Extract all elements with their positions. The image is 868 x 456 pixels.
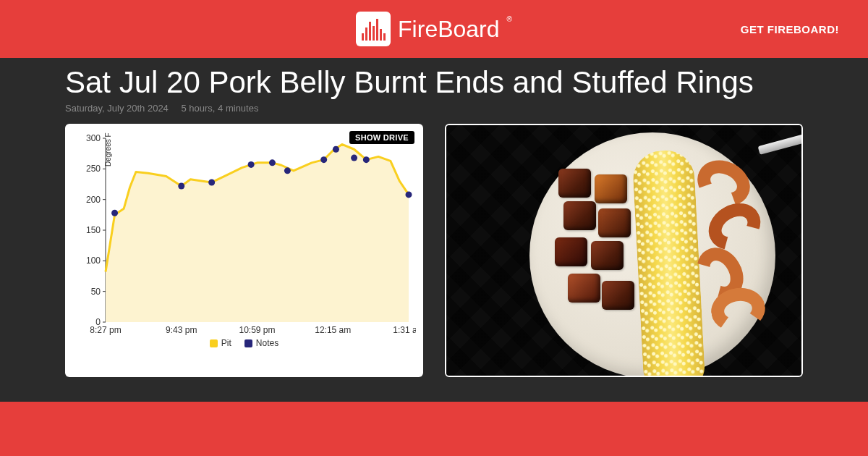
svg-text:150: 150 <box>86 225 101 235</box>
brand-name: FireBoard <box>398 16 500 43</box>
footer <box>0 402 868 456</box>
svg-text:12:15 am: 12:15 am <box>315 325 351 335</box>
svg-point-25 <box>351 155 357 161</box>
chart-area[interactable]: Degrees F 0501001502002503008:27 pm9:43 … <box>72 134 416 337</box>
svg-text:50: 50 <box>91 287 101 297</box>
pit-swatch-icon <box>210 339 218 347</box>
svg-text:300: 300 <box>86 134 101 143</box>
main-content: Sat Jul 20 Pork Belly Burnt Ends and Stu… <box>0 58 868 402</box>
svg-text:8:27 pm: 8:27 pm <box>90 325 121 335</box>
svg-text:100: 100 <box>86 256 101 266</box>
svg-text:9:43 pm: 9:43 pm <box>166 325 197 335</box>
get-fireboard-link[interactable]: GET FIREBOARD! <box>741 23 839 35</box>
header: FireBoard ® GET FIREBOARD! <box>0 0 868 58</box>
svg-text:1:31 am: 1:31 am <box>393 325 416 335</box>
chart-svg: 0501001502002503008:27 pm9:43 pm10:59 pm… <box>72 134 416 337</box>
session-photo[interactable] <box>445 124 803 377</box>
svg-point-26 <box>363 156 370 163</box>
legend-pit: Pit <box>210 338 231 348</box>
session-meta: Saturday, July 20th 2024 5 hours, 4 minu… <box>65 103 803 114</box>
svg-point-23 <box>320 156 327 163</box>
stuffed-rings <box>682 161 776 328</box>
registered-icon: ® <box>507 15 512 23</box>
legend-notes: Notes <box>244 338 278 348</box>
svg-point-21 <box>269 159 276 166</box>
logo-icon <box>356 12 391 46</box>
svg-text:250: 250 <box>86 164 101 174</box>
temperature-chart-panel: SHOW DRIVE Degrees F 0501001502002503008… <box>65 124 423 377</box>
session-date: Saturday, July 20th 2024 <box>65 103 169 114</box>
chart-legend: Pit Notes <box>72 338 416 348</box>
notes-swatch-icon <box>244 339 252 347</box>
session-title: Sat Jul 20 Pork Belly Burnt Ends and Stu… <box>65 65 803 100</box>
svg-point-17 <box>111 210 118 216</box>
y-axis-label: Degrees F <box>104 132 112 166</box>
svg-point-19 <box>208 179 215 185</box>
session-duration: 5 hours, 4 minutes <box>181 103 258 114</box>
brand-logo[interactable]: FireBoard ® <box>356 12 512 46</box>
svg-text:200: 200 <box>86 195 101 205</box>
svg-point-22 <box>284 167 291 174</box>
svg-point-27 <box>406 191 412 198</box>
svg-point-24 <box>333 146 339 153</box>
svg-marker-16 <box>106 144 409 322</box>
svg-point-20 <box>248 161 255 168</box>
svg-point-18 <box>178 183 184 190</box>
svg-text:10:59 pm: 10:59 pm <box>239 325 275 335</box>
